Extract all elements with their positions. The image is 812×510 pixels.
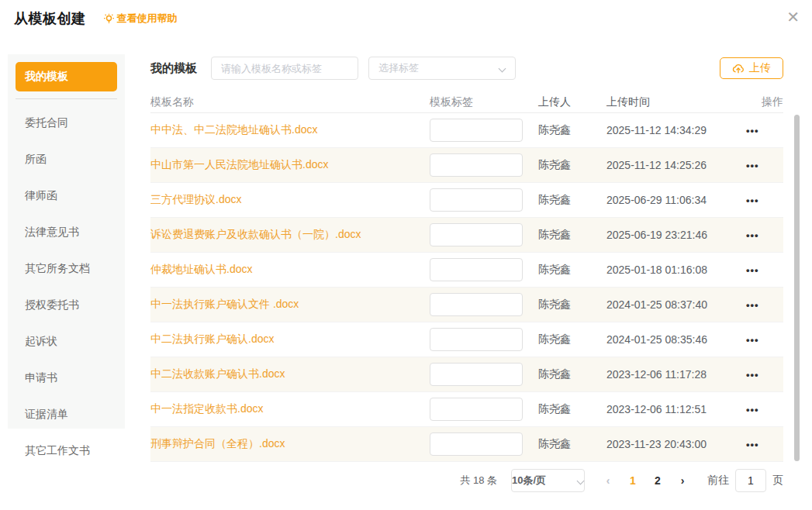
sidebar-item[interactable]: 其它工作文书 (16, 436, 117, 466)
uploader-name: 陈尧鑫 (538, 437, 606, 451)
uploader-name: 陈尧鑫 (538, 123, 606, 137)
sidebar-item[interactable]: 申请书 (16, 364, 117, 393)
dialog-header: 从模板创建 查看使用帮助 (14, 9, 178, 28)
template-name-link[interactable]: 中一法指定收款书.docx (150, 402, 263, 415)
row-actions-button[interactable]: ••• (746, 404, 759, 415)
upload-time: 2024-01-25 08:37:40 (606, 298, 746, 311)
sidebar-item[interactable]: 授权委托书 (16, 291, 117, 320)
upload-time: 2025-06-29 11:06:34 (606, 194, 746, 206)
page-size-select[interactable]: 10条/页 (511, 469, 585, 492)
row-actions-button[interactable]: ••• (746, 160, 759, 171)
sidebar-item[interactable]: 委托合同 (16, 109, 117, 138)
template-name-link[interactable]: 仲裁地址确认书.docx (150, 263, 252, 275)
template-name-link[interactable]: 刑事辩护合同（全程）.docx (150, 437, 285, 450)
sidebar: 我的模板委托合同所函律师函法律意见书其它所务文档授权委托书起诉状申请书证据清单其… (8, 54, 125, 429)
row-tag-input[interactable] (430, 363, 523, 386)
table-row: 中中法、中二法院地址确认书.docx 陈尧鑫 2025-11-12 14:34:… (150, 113, 783, 148)
row-tag-input[interactable] (430, 432, 523, 456)
uploader-name: 陈尧鑫 (538, 228, 606, 242)
table-row: 中一法指定收款书.docx 陈尧鑫 2023-12-06 11:12:51 ••… (150, 392, 783, 427)
col-header-tag: 模板标签 (430, 95, 538, 109)
upload-time: 2024-01-25 08:35:46 (606, 333, 746, 346)
tag-select[interactable]: 选择标签 (368, 57, 516, 80)
help-link-label: 查看使用帮助 (117, 12, 178, 26)
sidebar-item[interactable]: 证据清单 (16, 400, 117, 429)
sidebar-divider (16, 98, 117, 99)
table-row: 中山市第一人民法院地址确认书.docx 陈尧鑫 2025-11-12 14:25… (150, 148, 783, 183)
page-number[interactable]: 2 (645, 474, 670, 487)
row-tag-input[interactable] (430, 153, 523, 177)
col-header-name: 模板名称 (150, 95, 430, 109)
row-tag-input[interactable] (430, 328, 523, 351)
sidebar-item[interactable]: 其它所务文档 (16, 254, 117, 284)
row-actions-button[interactable]: ••• (746, 299, 759, 311)
section-label: 我的模板 (150, 61, 197, 76)
uploader-name: 陈尧鑫 (538, 193, 606, 207)
table-row: 中二法收款账户确认书.docx 陈尧鑫 2023-12-06 11:17:28 … (150, 357, 783, 392)
row-tag-input[interactable] (430, 119, 523, 142)
row-tag-input[interactable] (430, 398, 523, 421)
template-name-link[interactable]: 中二法收款账户确认书.docx (150, 367, 285, 380)
close-icon[interactable]: ✕ (786, 9, 800, 25)
row-actions-button[interactable]: ••• (746, 125, 759, 136)
row-tag-input[interactable] (430, 188, 523, 212)
table-body: 中中法、中二法院地址确认书.docx 陈尧鑫 2025-11-12 14:34:… (150, 113, 783, 462)
row-tag-input[interactable] (430, 258, 523, 281)
table-row: 诉讼费退费账户及收款确认书（一院）.docx 陈尧鑫 2025-06-19 23… (150, 218, 783, 253)
upload-time: 2023-12-06 11:12:51 (606, 403, 746, 415)
uploader-name: 陈尧鑫 (538, 367, 606, 381)
template-name-link[interactable]: 中中法、中二法院地址确认书.docx (150, 123, 317, 136)
row-actions-button[interactable]: ••• (746, 334, 759, 346)
template-name-link[interactable]: 中山市第一人民法院地址确认书.docx (150, 158, 328, 171)
row-actions-button[interactable]: ••• (746, 264, 759, 276)
upload-time: 2023-12-06 11:17:28 (606, 368, 746, 381)
goto-page-input[interactable] (735, 469, 766, 492)
upload-time: 2025-01-18 01:16:08 (606, 264, 746, 276)
row-tag-input[interactable] (430, 223, 523, 246)
chevron-down-icon (578, 477, 584, 484)
table-row: 仲裁地址确认书.docx 陈尧鑫 2025-01-18 01:16:08 ••• (150, 253, 783, 288)
goto-label: 前往 (707, 474, 729, 488)
col-header-time: 上传时间 (606, 95, 746, 109)
row-actions-button[interactable]: ••• (746, 369, 759, 381)
row-actions-button[interactable]: ••• (746, 229, 759, 241)
page-suffix-label: 页 (772, 474, 783, 488)
page-size-value: 10条/页 (512, 474, 546, 488)
col-header-uploader: 上传人 (538, 95, 606, 109)
sidebar-item[interactable]: 我的模板 (16, 62, 117, 91)
cloud-upload-icon (732, 63, 745, 74)
template-name-link[interactable]: 中一法执行账户确认文件 .docx (150, 298, 299, 310)
table-row: 中一法执行账户确认文件 .docx 陈尧鑫 2024-01-25 08:37:4… (150, 288, 783, 322)
upload-time: 2025-11-12 14:25:26 (606, 159, 746, 171)
next-page-button[interactable]: › (670, 474, 695, 487)
help-link[interactable]: 查看使用帮助 (103, 12, 178, 26)
tag-select-placeholder: 选择标签 (378, 61, 419, 75)
search-input[interactable] (211, 57, 358, 80)
templates-table: 模板名称 模板标签 上传人 上传时间 操作 中中法、中二法院地址确认书.docx… (150, 92, 783, 462)
vertical-scrollbar[interactable] (794, 115, 800, 461)
upload-button[interactable]: 上传 (720, 57, 783, 79)
prev-page-button[interactable]: ‹ (596, 474, 620, 487)
lightbulb-icon (103, 13, 115, 25)
table-header-row: 模板名称 模板标签 上传人 上传时间 操作 (150, 92, 783, 113)
sidebar-item[interactable]: 所函 (16, 145, 117, 174)
row-actions-button[interactable]: ••• (746, 439, 759, 450)
page-number[interactable]: 1 (620, 474, 645, 487)
col-header-action: 操作 (746, 95, 783, 109)
upload-button-label: 上传 (749, 61, 771, 75)
sidebar-item[interactable]: 起诉状 (16, 327, 117, 357)
upload-time: 2025-06-19 23:21:46 (606, 229, 746, 241)
template-name-link[interactable]: 中二法执行账户确认.docx (150, 333, 274, 345)
template-name-link[interactable]: 三方代理协议.docx (150, 193, 241, 205)
template-name-link[interactable]: 诉讼费退费账户及收款确认书（一院）.docx (150, 228, 361, 240)
pagination: 共 18 条 10条/页 ‹ 12 › 前往 页 (460, 469, 783, 492)
sidebar-item[interactable]: 法律意见书 (16, 218, 117, 247)
create-from-template-dialog: 从模板创建 查看使用帮助 ✕ 我的模板委托合同所函律师函法律意见书其它所务文档授… (0, 0, 812, 510)
page-title: 从模板创建 (14, 9, 86, 28)
sidebar-item[interactable]: 律师函 (16, 181, 117, 211)
row-tag-input[interactable] (430, 293, 523, 316)
main-panel: 我的模板 选择标签 上传 模板名称 模板标签 上传人 上传时间 (150, 54, 783, 462)
uploader-name: 陈尧鑫 (538, 158, 606, 172)
chevron-down-icon (499, 65, 506, 71)
row-actions-button[interactable]: ••• (746, 195, 759, 206)
